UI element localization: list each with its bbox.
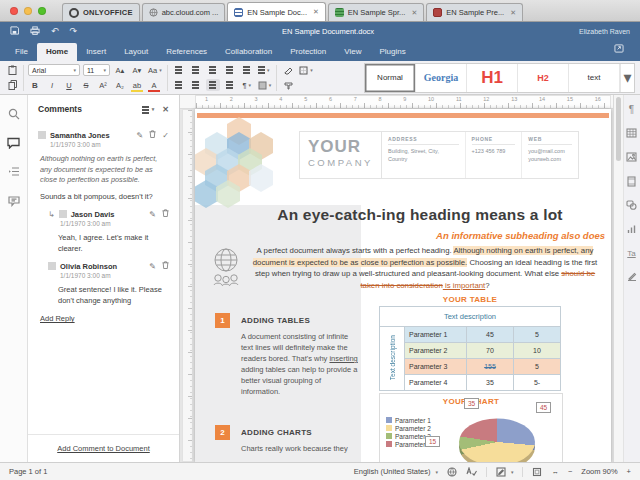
comments-panel-icon[interactable]: [7, 136, 20, 149]
numbering-button[interactable]: [189, 64, 203, 76]
italic-button[interactable]: I: [45, 79, 59, 91]
search-icon[interactable]: [7, 107, 20, 120]
tab-references[interactable]: References: [157, 43, 216, 61]
close-tab-icon[interactable]: ✕: [510, 9, 516, 17]
style-text[interactable]: text: [569, 64, 620, 92]
tab-view[interactable]: View: [335, 43, 370, 61]
paragraph-settings-icon[interactable]: ¶: [626, 103, 638, 115]
track-changes-icon[interactable]: ▾: [496, 467, 514, 477]
image-settings-icon[interactable]: [626, 151, 638, 163]
delete-comment-icon[interactable]: [162, 209, 169, 219]
spellcheck-icon[interactable]: [466, 467, 477, 476]
underline-button[interactable]: U: [62, 79, 76, 91]
tab-spreadsheet-editor[interactable]: EN Sample Spr... ✕: [328, 3, 424, 21]
chart-settings-icon[interactable]: [626, 223, 638, 235]
style-heading1[interactable]: H1: [467, 64, 518, 92]
style-georgia[interactable]: Georgia: [416, 64, 467, 92]
fit-width-icon[interactable]: ↔: [551, 467, 559, 476]
zoom-in-button[interactable]: +: [627, 467, 631, 476]
increase-indent-button[interactable]: [240, 64, 254, 76]
scrollbar-thumb[interactable]: [616, 97, 621, 161]
bullets-button[interactable]: [172, 64, 186, 76]
line-spacing-button[interactable]: ▾: [257, 64, 271, 76]
tab-insert[interactable]: Insert: [77, 43, 115, 61]
text-art-settings-icon[interactable]: Ta: [626, 247, 638, 259]
chart-object[interactable]: YOUR CHART Parameter 1 Parameter 2 Param…: [379, 393, 563, 462]
nonprinting-chars-button[interactable]: ¶▾: [240, 79, 254, 91]
page-indicator[interactable]: Page 1 of 1: [9, 467, 47, 476]
open-file-location-icon[interactable]: [614, 39, 624, 57]
undo-button[interactable]: ↶: [51, 27, 59, 36]
document-page[interactable]: YOUR COMPANY ADDRESS Building, Street, C…: [195, 109, 611, 462]
font-color-button[interactable]: A: [147, 79, 161, 91]
feedback-support-icon[interactable]: [7, 194, 20, 207]
edit-comment-icon[interactable]: ✎: [149, 210, 156, 219]
change-case-button[interactable]: Aa▾: [147, 64, 163, 76]
increase-font-button[interactable]: A▴: [113, 64, 127, 76]
zoom-value[interactable]: Zoom 90%: [581, 467, 617, 476]
add-reply-link[interactable]: Add Reply: [40, 314, 75, 323]
headers-footers-settings-icon[interactable]: [626, 175, 638, 187]
tab-home[interactable]: Home: [37, 43, 77, 61]
font-size-select[interactable]: 11▾: [83, 64, 110, 76]
close-tab-icon[interactable]: ✕: [313, 8, 319, 16]
borders-button[interactable]: ▾: [298, 64, 314, 76]
parameters-table[interactable]: Text description Text description Parame…: [379, 306, 561, 391]
print-button[interactable]: [30, 26, 40, 37]
paste-button[interactable]: [5, 64, 19, 76]
zoom-out-button[interactable]: −: [568, 467, 572, 476]
close-window-button[interactable]: [10, 7, 18, 15]
save-button[interactable]: [10, 26, 19, 37]
font-name-select[interactable]: Arial▾: [28, 64, 80, 76]
tab-document-editor[interactable]: EN Sample Doc... ✕: [227, 2, 325, 21]
subscript-button[interactable]: A₂: [113, 79, 127, 91]
table-settings-icon[interactable]: [626, 127, 638, 139]
multilevel-list-button[interactable]: [206, 64, 220, 76]
tab-file[interactable]: File: [6, 43, 37, 61]
fit-page-icon[interactable]: [532, 467, 542, 477]
navigation-headings-icon[interactable]: [7, 165, 20, 178]
align-left-button[interactable]: [172, 79, 186, 91]
strikeout-button[interactable]: S: [79, 79, 93, 91]
sort-comments-icon[interactable]: ▾: [142, 106, 155, 112]
minimize-window-button[interactable]: [24, 7, 32, 15]
align-justify-button[interactable]: [223, 79, 237, 91]
tab-layout[interactable]: Layout: [115, 43, 157, 61]
clear-style-button[interactable]: [281, 64, 295, 76]
tab-protection[interactable]: Protection: [281, 43, 335, 61]
style-gallery-expand-icon[interactable]: ▾: [620, 64, 634, 92]
shading-button[interactable]: ▾: [257, 79, 273, 91]
edit-comment-icon[interactable]: ✎: [149, 262, 156, 271]
superscript-button[interactable]: A²: [96, 79, 110, 91]
delete-comment-icon[interactable]: [162, 261, 169, 271]
tab-onlyoffice[interactable]: ONLYOFFICE: [62, 3, 140, 21]
style-heading2[interactable]: H2: [518, 64, 569, 92]
highlight-color-button[interactable]: ab: [130, 79, 144, 91]
style-normal[interactable]: Normal: [365, 64, 416, 92]
tab-presentation-editor[interactable]: EN Sample Pre... ✕: [426, 3, 523, 21]
signature-settings-icon[interactable]: [626, 271, 638, 283]
resolve-comment-icon[interactable]: ✓: [162, 131, 169, 140]
bold-button[interactable]: B: [28, 79, 42, 91]
set-language-globe-icon[interactable]: [447, 467, 457, 477]
copy-button[interactable]: [5, 79, 19, 91]
tab-portal[interactable]: abc.cloud.com ...: [142, 3, 226, 21]
align-center-button[interactable]: [189, 79, 203, 91]
close-tab-icon[interactable]: ✕: [411, 9, 417, 17]
horizontal-ruler[interactable]: 12345678910111213141516: [180, 95, 613, 109]
add-comment-to-document-button[interactable]: Add Comment to Document: [57, 444, 150, 453]
redo-button[interactable]: ↷: [70, 27, 78, 36]
delete-comment-icon[interactable]: [149, 130, 156, 140]
decrease-indent-button[interactable]: [223, 64, 237, 76]
close-panel-icon[interactable]: ✕: [162, 105, 169, 114]
align-right-button[interactable]: [206, 79, 220, 91]
vertical-ruler[interactable]: [182, 109, 193, 462]
zoom-window-button[interactable]: [38, 7, 46, 15]
copy-style-button[interactable]: [281, 79, 295, 91]
edit-comment-icon[interactable]: ✎: [137, 131, 144, 140]
shape-settings-icon[interactable]: [626, 199, 638, 211]
decrease-font-button[interactable]: A▾: [130, 64, 144, 76]
tab-plugins[interactable]: Plugins: [370, 43, 414, 61]
tab-collaboration[interactable]: Collaboration: [216, 43, 281, 61]
language-select[interactable]: English (United States)▾: [354, 467, 438, 476]
